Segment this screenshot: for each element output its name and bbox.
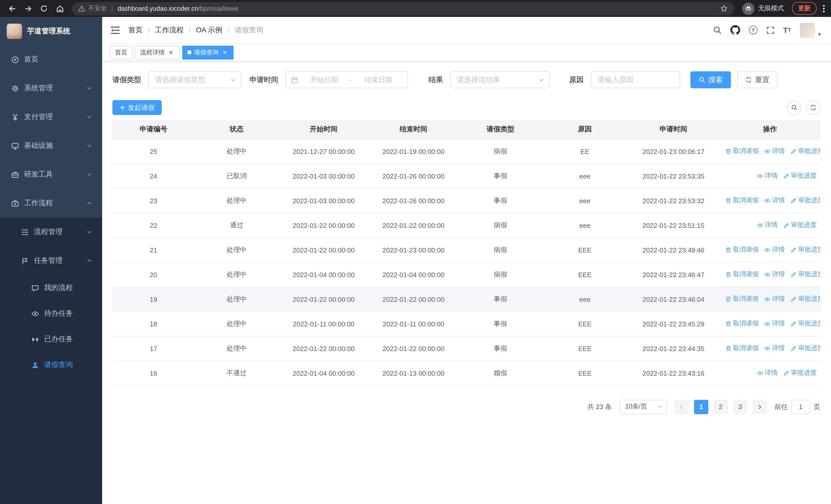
cell-apply-time: 2022-01-22 23:51:15: [627, 213, 720, 238]
detail-link[interactable]: 详情: [757, 172, 778, 180]
approval-progress-link[interactable]: 审批进度: [783, 369, 816, 378]
fullscreen-icon[interactable]: [766, 26, 775, 34]
approval-progress-link[interactable]: 审批进度: [791, 295, 820, 304]
approval-progress-link[interactable]: 审批进度: [791, 196, 820, 205]
update-button[interactable]: 更新: [792, 2, 816, 15]
cancel-leave-link[interactable]: 取消请假: [725, 196, 758, 205]
create-leave-button[interactable]: 发起请假: [112, 100, 162, 115]
sidebar-item-done-task[interactable]: 已办任务: [0, 326, 102, 352]
top-navbar: 首页/工作流程/OA 示例/请假查询 ? TT ▼: [102, 17, 831, 43]
approval-progress-link[interactable]: 审批进度: [791, 344, 820, 353]
detail-link[interactable]: 详情: [757, 221, 778, 230]
user-menu[interactable]: ▼: [800, 22, 822, 38]
cell-status: 通过: [195, 213, 279, 238]
detail-link[interactable]: 详情: [764, 344, 785, 353]
detail-link[interactable]: 详情: [764, 320, 785, 328]
cell-reason: EEE: [543, 336, 627, 361]
page-button-1[interactable]: 1: [694, 399, 708, 414]
goto-page-input[interactable]: 1: [792, 399, 810, 414]
tab-leave-query[interactable]: 请假查询×: [182, 46, 233, 59]
avatar[interactable]: [800, 22, 815, 38]
refresh-table-button[interactable]: [806, 100, 820, 115]
approval-progress-link[interactable]: 审批进度: [791, 245, 820, 254]
approval-progress-link[interactable]: 审批进度: [791, 320, 820, 328]
cell-reason: EE: [543, 139, 627, 164]
page-button-2[interactable]: 2: [713, 399, 728, 414]
sidebar-collapse-icon[interactable]: [102, 26, 128, 34]
sidebar-item-process-mgmt[interactable]: 流程管理: [0, 217, 102, 246]
detail-link[interactable]: 详情: [764, 245, 785, 254]
cell-start-time: 2022-01-22 00:00:00: [279, 213, 369, 238]
sidebar-item-payment[interactable]: 支付管理: [0, 102, 102, 131]
sidebar-item-my-process[interactable]: 我的流程: [0, 275, 102, 301]
sidebar-item-workflow[interactable]: 工作流程: [0, 189, 102, 217]
sidebar-item-todo-task[interactable]: 待办任务: [0, 301, 102, 326]
cell-actions: 详情审批进度: [720, 213, 820, 238]
font-size-icon[interactable]: TT: [783, 26, 791, 34]
cancel-leave-link[interactable]: 取消请假: [725, 344, 758, 353]
sidebar-item-infrastructure[interactable]: 基础设施: [0, 131, 102, 160]
reset-button[interactable]: 重置: [737, 71, 778, 88]
chevron-down-icon: [86, 85, 92, 91]
help-icon[interactable]: ?: [749, 26, 757, 34]
back-icon[interactable]: [5, 2, 19, 16]
browser-menu-icon[interactable]: [823, 4, 825, 12]
leave-type-select[interactable]: 请选择请假类型: [148, 71, 241, 88]
date-start-input[interactable]: 开始日期: [300, 75, 348, 84]
result-select[interactable]: 请选择流结果: [450, 71, 550, 88]
app-logo[interactable]: 芋道管理系统: [0, 17, 102, 45]
refresh-icon: [745, 77, 752, 83]
approval-progress-link[interactable]: 审批进度: [791, 147, 820, 156]
close-icon[interactable]: ×: [221, 49, 228, 56]
prev-page-button[interactable]: [675, 399, 689, 414]
reason-input[interactable]: 请输入原因: [591, 71, 680, 88]
sidebar-item-dev-tools[interactable]: 研发工具: [0, 160, 102, 189]
url-bar[interactable]: 不安全 dashboard.yudao.iocoder.cn/bpm/oa/le…: [72, 2, 734, 15]
sidebar-item-leave-query[interactable]: 请假查询: [0, 352, 102, 378]
apply-time-range-picker[interactable]: 开始日期 - 结束日期: [285, 71, 408, 88]
search-button[interactable]: 搜索: [690, 71, 731, 88]
eye-icon: [764, 346, 770, 352]
reload-icon[interactable]: [37, 2, 51, 16]
cancel-leave-link[interactable]: 取消请假: [725, 320, 758, 328]
bookmark-star-icon[interactable]: [720, 5, 728, 12]
app-title: 芋道管理系统: [27, 26, 70, 36]
github-icon[interactable]: [730, 25, 740, 35]
home-icon[interactable]: [53, 2, 67, 16]
detail-link[interactable]: 详情: [764, 295, 785, 304]
page-button-3[interactable]: 3: [733, 399, 747, 414]
detail-link[interactable]: 详情: [764, 147, 785, 156]
breadcrumb-item: 请假查询: [235, 25, 263, 35]
sidebar-item-task-mgmt[interactable]: 任务管理: [0, 246, 102, 275]
breadcrumb-item[interactable]: OA 示例: [196, 25, 223, 35]
cell-reason: EEE: [543, 312, 627, 336]
detail-link[interactable]: 详情: [764, 196, 785, 205]
search-icon[interactable]: [713, 26, 722, 34]
tab-home[interactable]: 首页: [110, 46, 133, 59]
cell-leave-type: 病假: [458, 262, 543, 287]
sidebar-item-home[interactable]: 首页: [0, 45, 102, 74]
logo-image: [7, 23, 22, 39]
detail-link[interactable]: 详情: [764, 270, 785, 279]
approval-progress-link[interactable]: 审批进度: [791, 270, 820, 279]
page-size-select[interactable]: 10条/页: [620, 399, 667, 414]
sidebar-item-system[interactable]: 系统管理: [0, 74, 102, 102]
detail-link[interactable]: 详情: [757, 369, 778, 378]
breadcrumb-item[interactable]: 工作流程: [155, 25, 184, 35]
next-page-button[interactable]: [752, 399, 767, 414]
cancel-leave-link[interactable]: 取消请假: [725, 147, 758, 156]
breadcrumb-item[interactable]: 首页: [128, 25, 143, 35]
toggle-search-button[interactable]: [787, 100, 801, 115]
approval-progress-link[interactable]: 审批进度: [783, 221, 816, 230]
security-chip[interactable]: 不安全: [78, 4, 107, 13]
cancel-leave-link[interactable]: 取消请假: [725, 270, 758, 279]
active-tab-dot: [188, 50, 192, 54]
close-icon[interactable]: ×: [167, 49, 174, 56]
forward-icon[interactable]: [21, 2, 35, 16]
approval-progress-link[interactable]: 审批进度: [783, 172, 816, 180]
cancel-leave-link[interactable]: 取消请假: [725, 245, 758, 254]
cancel-leave-link[interactable]: 取消请假: [725, 295, 758, 304]
date-end-input[interactable]: 结束日期: [354, 75, 402, 84]
tab-process-detail[interactable]: 流程详情×: [135, 46, 180, 59]
task-icon: [21, 257, 29, 265]
